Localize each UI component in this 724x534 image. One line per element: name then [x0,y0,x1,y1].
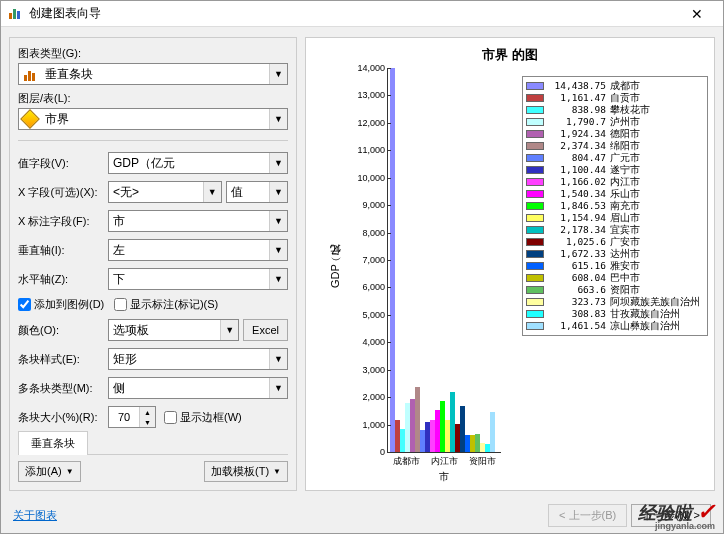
show-border-checkbox[interactable]: 显示边框(W) [164,410,242,425]
close-button[interactable]: ✕ [677,2,717,26]
spin-down-icon[interactable]: ▼ [140,417,155,427]
chevron-down-icon: ▼ [269,64,287,84]
y-axis-label: GDP（亿元 [326,68,345,484]
legend-item: 1,025.6广安市 [526,236,704,248]
legend-item: 308.83甘孜藏族自治州 [526,308,704,320]
bar-style-label: 条块样式(E): [18,352,108,367]
legend-item: 1,154.94眉山市 [526,212,704,224]
legend-item: 608.04巴中市 [526,272,704,284]
legend-item: 1,672.33达州市 [526,248,704,260]
legend-item: 615.16雅安市 [526,260,704,272]
chevron-down-icon: ▼ [66,467,74,476]
vertical-axis-label: 垂直轴(I): [18,243,108,258]
color-label: 颜色(O): [18,323,108,338]
bar-size-label: 条块大小(%)(R): [18,410,108,425]
x-field-combo[interactable]: <无> ▼ [108,181,222,203]
bar-style-combo[interactable]: 矩形 ▼ [108,348,288,370]
bar-size-spinner[interactable]: ▲▼ [108,406,156,428]
bar [490,412,495,452]
chevron-down-icon: ▼ [269,378,287,398]
x-field-mode-combo[interactable]: 值 ▼ [226,181,288,203]
add-legend-checkbox[interactable]: 添加到图例(D) [18,297,104,312]
legend-item: 663.6资阳市 [526,284,704,296]
app-icon [7,6,23,22]
legend-item: 1,166.02内江市 [526,176,704,188]
chevron-down-icon: ▼ [220,320,238,340]
multi-bar-label: 多条块类型(M): [18,381,108,396]
about-charts-link[interactable]: 关于图表 [13,508,57,523]
x-field-label: X 字段(可选)(X): [18,185,108,200]
legend-item: 1,790.7泸州市 [526,116,704,128]
legend-item: 1,540.34乐山市 [526,188,704,200]
horizontal-axis-label: 水平轴(Z): [18,272,108,287]
add-button[interactable]: 添加(A)▼ [18,461,81,482]
chart-preview: 市界 的图 GDP（亿元 01,0002,0003,0004,0005,0006… [305,37,715,491]
show-labels-checkbox[interactable]: 显示标注(标记)(S) [114,297,218,312]
legend-item: 1,924.34德阳市 [526,128,704,140]
chart-plot: 01,0002,0003,0004,0005,0006,0007,0008,00… [387,68,501,453]
chevron-down-icon: ▼ [203,182,221,202]
x-axis-label: 市 [387,468,501,484]
value-field-label: 值字段(V): [18,156,108,171]
legend-item: 2,178.34宜宾市 [526,224,704,236]
legend-item: 1,161.47自贡市 [526,92,704,104]
x-label-field-label: X 标注字段(F): [18,214,108,229]
options-panel: 图表类型(G): 垂直条块 ▼ 图层/表(L): 市界 ▼ 值字段(V): GD… [9,37,297,491]
chart-title: 市界 的图 [306,46,714,64]
prev-button: < 上一步(B) [548,504,627,527]
chevron-down-icon: ▼ [269,153,287,173]
chevron-down-icon: ▼ [269,240,287,260]
vertical-axis-combo[interactable]: 左 ▼ [108,239,288,261]
chart-legend: 14,438.75成都市1,161.47自贡市838.98攀枝花市1,790.7… [522,76,708,336]
legend-item: 1,461.54凉山彝族自治州 [526,320,704,332]
tab-vertical-bar[interactable]: 垂直条块 [18,431,88,455]
chevron-down-icon: ▼ [269,182,287,202]
load-template-button[interactable]: 加载模板(T)▼ [204,461,288,482]
multi-bar-combo[interactable]: 侧 ▼ [108,377,288,399]
legend-item: 804.47广元市 [526,152,704,164]
x-label-field-combo[interactable]: 市 ▼ [108,210,288,232]
layer-combo[interactable]: 市界 ▼ [18,108,288,130]
bar-chart-icon [19,67,41,81]
window-title: 创建图表向导 [29,5,677,22]
chart-type-combo[interactable]: 垂直条块 ▼ [18,63,288,85]
excel-button[interactable]: Excel [243,319,288,341]
legend-item: 14,438.75成都市 [526,80,704,92]
value-field-combo[interactable]: GDP（亿元 ▼ [108,152,288,174]
horizontal-axis-combo[interactable]: 下 ▼ [108,268,288,290]
chevron-down-icon: ▼ [269,109,287,129]
legend-item: 2,374.34绵阳市 [526,140,704,152]
layer-icon [19,112,41,126]
legend-item: 1,846.53南充市 [526,200,704,212]
chart-type-label: 图表类型(G): [18,46,288,61]
color-combo[interactable]: 选项板 ▼ [108,319,239,341]
x-ticks: 成都市内江市资阳市 [387,453,501,468]
chevron-down-icon: ▼ [269,349,287,369]
chevron-down-icon: ▼ [269,269,287,289]
watermark: 经验啦 ✓ jingyanla.com [638,499,715,531]
legend-item: 323.73阿坝藏族羌族自治州 [526,296,704,308]
legend-item: 1,100.44遂宁市 [526,164,704,176]
spin-up-icon[interactable]: ▲ [140,407,155,417]
chevron-down-icon: ▼ [269,211,287,231]
legend-item: 838.98攀枝花市 [526,104,704,116]
chevron-down-icon: ▼ [273,467,281,476]
layer-label: 图层/表(L): [18,91,288,106]
